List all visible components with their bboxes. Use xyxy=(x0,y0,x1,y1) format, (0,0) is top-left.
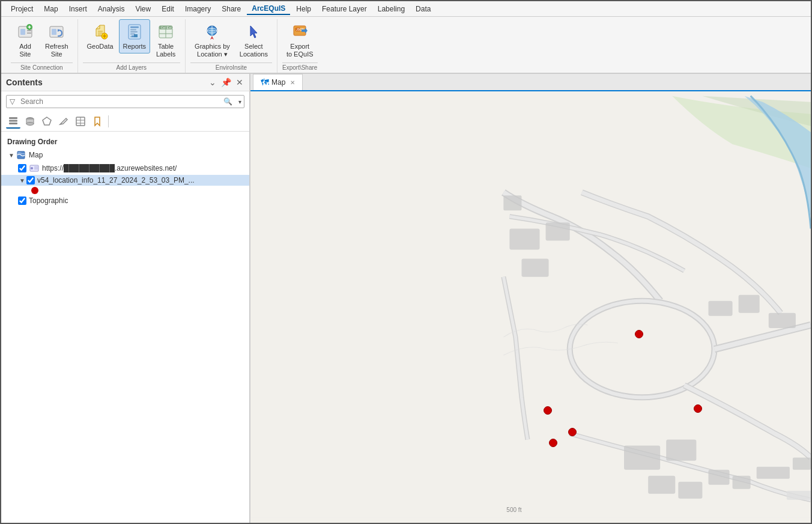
export-to-equis-label: Exportto EQuIS xyxy=(286,43,314,58)
search-button[interactable]: 🔍 xyxy=(220,96,236,108)
refresh-site-label: RefreshSite xyxy=(45,43,68,58)
svg-rect-18 xyxy=(130,29,136,31)
menu-labeling[interactable]: Labeling xyxy=(373,4,410,14)
svg-rect-65 xyxy=(648,476,675,494)
menu-share[interactable]: Share xyxy=(217,4,246,14)
tree-item-topographic[interactable]: Topographic xyxy=(1,195,249,206)
svg-rect-59 xyxy=(503,196,521,211)
svg-rect-21 xyxy=(134,34,138,37)
map-label: Map xyxy=(29,151,43,159)
svg-rect-68 xyxy=(733,476,751,489)
tree-item-map[interactable]: ▼ Map xyxy=(1,148,249,162)
map-canvas[interactable]: 500 ft xyxy=(250,91,811,523)
ribbon-group-enviroinsite: Graphics byLocation ▾ SelectLocations En… xyxy=(186,19,277,73)
contents-header: Contents ⌄ 📌 ✕ xyxy=(1,74,249,91)
map-dot-2 xyxy=(544,406,552,415)
contents-title: Contents xyxy=(6,78,43,87)
tree-expand-map[interactable]: ▼ xyxy=(7,151,16,159)
select-locations-label: SelectLocations xyxy=(240,43,268,58)
table-labels-label: TableLabels xyxy=(156,43,175,58)
svg-rect-38 xyxy=(9,120,17,122)
url-checkbox[interactable] xyxy=(18,164,26,172)
svg-rect-72 xyxy=(787,491,811,500)
svg-rect-64 xyxy=(666,440,696,461)
ribbon-group-add-layers: GeoData xyxy=(78,19,186,73)
menu-feature-layer[interactable]: Feature Layer xyxy=(317,4,372,14)
map-tab[interactable]: 🗺 Map ✕ xyxy=(253,74,303,90)
svg-rect-57 xyxy=(546,223,570,241)
tree-item-url[interactable]: https://██████████.azurewebsites.net/ xyxy=(1,162,249,175)
select-locations-icon xyxy=(244,22,263,41)
graphics-by-location-button[interactable]: Graphics byLocation ▾ xyxy=(190,19,234,61)
export-to-equis-button[interactable]: JSON Exportto EQuIS xyxy=(282,19,318,61)
svg-point-50 xyxy=(31,167,33,169)
export-to-equis-icon: JSON xyxy=(290,22,309,41)
pencil-icon[interactable] xyxy=(56,114,71,129)
menu-map[interactable]: Map xyxy=(39,4,62,14)
menu-help[interactable]: Help xyxy=(291,4,316,14)
reports-button[interactable]: Reports xyxy=(119,19,151,53)
menu-analysis[interactable]: Analysis xyxy=(93,4,130,14)
search-dropdown-button[interactable]: ▾ xyxy=(236,97,244,107)
menu-view[interactable]: View xyxy=(130,4,156,14)
graphics-by-location-icon xyxy=(202,22,222,41)
tree-item-layer[interactable]: ▼ v54_location_info_11_27_2024_2_53_03_P… xyxy=(1,175,249,186)
contents-close-button[interactable]: ✕ xyxy=(235,78,244,87)
layer-checkbox[interactable] xyxy=(26,176,35,184)
search-input[interactable] xyxy=(18,96,220,108)
list-view-icon[interactable] xyxy=(6,114,20,129)
contents-controls: ⌄ 📌 ✕ xyxy=(208,78,244,87)
map-dot-3 xyxy=(568,428,577,436)
ribbon-group-export-share: JSON Exportto EQuIS Export\Share xyxy=(277,19,323,73)
menu-project[interactable]: Project xyxy=(6,4,38,14)
legend-dot xyxy=(31,187,38,194)
menu-data[interactable]: Data xyxy=(411,4,435,14)
geodata-label: GeoData xyxy=(87,43,114,50)
site-connection-label: Site Connection xyxy=(11,62,73,73)
svg-rect-63 xyxy=(624,446,660,470)
svg-rect-37 xyxy=(9,117,17,119)
contents-pin-button[interactable]: 📌 xyxy=(220,78,232,87)
geodata-button[interactable]: GeoData xyxy=(83,19,118,53)
topographic-checkbox[interactable] xyxy=(18,196,26,205)
refresh-site-button[interactable]: RefreshSite xyxy=(41,19,73,61)
tree-expand-layer[interactable]: ▼ xyxy=(18,176,26,184)
polygon-icon[interactable] xyxy=(40,114,54,129)
map-dot-4 xyxy=(549,439,557,447)
bookmark-icon[interactable] xyxy=(90,114,105,129)
svg-rect-67 xyxy=(708,470,729,485)
menu-insert[interactable]: Insert xyxy=(64,4,92,14)
cylinder-icon[interactable] xyxy=(23,114,37,129)
add-site-icon xyxy=(16,22,35,41)
svg-marker-43 xyxy=(43,117,51,125)
table-icon[interactable] xyxy=(73,114,88,129)
reports-label: Reports xyxy=(123,43,147,50)
svg-text:Col 2: Col 2 xyxy=(167,26,174,29)
svg-rect-58 xyxy=(521,259,548,277)
contents-panel: Contents ⌄ 📌 ✕ ▽ 🔍 ▾ xyxy=(1,74,250,523)
url-icon xyxy=(29,163,40,174)
map-tab-close[interactable]: ✕ xyxy=(290,79,295,86)
geodata-icon xyxy=(91,22,110,41)
contents-collapse-button[interactable]: ⌄ xyxy=(208,78,217,87)
main-area: Contents ⌄ 📌 ✕ ▽ 🔍 ▾ xyxy=(1,74,811,523)
svg-point-42 xyxy=(26,123,34,126)
svg-rect-56 xyxy=(509,229,539,250)
svg-rect-69 xyxy=(757,467,790,479)
table-labels-button[interactable]: Col 1 Col 2 TableLabels xyxy=(151,19,180,61)
svg-rect-22 xyxy=(132,35,134,37)
svg-rect-23 xyxy=(130,36,132,37)
menu-edit[interactable]: Edit xyxy=(157,4,179,14)
layer-label: v54_location_info_11_27_2024_2_53_03_PM_… xyxy=(37,176,195,184)
drawing-order-header: Drawing Order xyxy=(1,135,249,148)
select-locations-button[interactable]: SelectLocations xyxy=(235,19,272,61)
svg-rect-66 xyxy=(678,482,702,499)
add-site-button[interactable]: AddSite xyxy=(11,19,40,61)
svg-rect-39 xyxy=(9,123,17,124)
ribbon-group-site-connection: AddSite RefreshSite xyxy=(6,19,78,73)
app-frame: Project Map Insert Analysis View Edit Im… xyxy=(0,0,812,524)
menu-arcequis[interactable]: ArcEQuIS xyxy=(247,3,290,15)
menu-imagery[interactable]: Imagery xyxy=(180,4,216,14)
refresh-site-icon xyxy=(47,22,66,41)
reports-icon xyxy=(125,22,144,41)
